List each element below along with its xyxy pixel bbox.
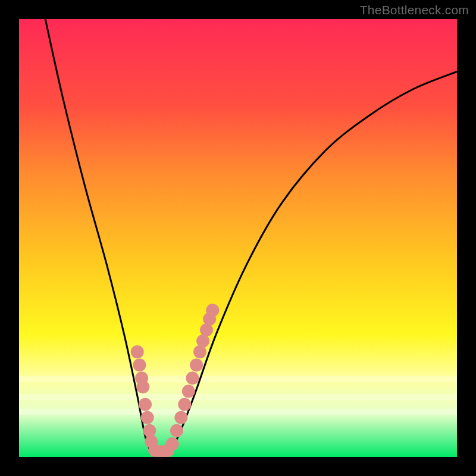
chart-plot-area	[19, 19, 457, 457]
observed-points	[131, 303, 220, 457]
data-point	[133, 358, 146, 371]
data-point	[131, 345, 144, 358]
data-point	[182, 385, 195, 398]
data-point	[190, 358, 203, 371]
data-point	[139, 398, 152, 411]
data-point	[143, 424, 156, 437]
data-point	[141, 411, 154, 424]
data-point	[186, 372, 199, 385]
data-point	[178, 398, 191, 411]
data-point	[206, 303, 219, 317]
watermark-text: TheBottleneck.com	[360, 3, 469, 17]
data-point	[166, 437, 179, 450]
data-point	[136, 380, 149, 393]
bottleneck-curve	[45, 19, 457, 457]
chart-svg	[19, 19, 457, 457]
data-point	[174, 411, 187, 424]
data-point	[170, 424, 183, 437]
